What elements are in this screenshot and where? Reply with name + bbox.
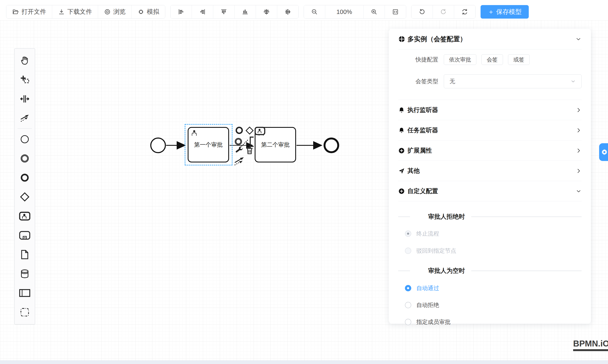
horizontal-scrollbar[interactable]	[0, 360, 608, 364]
palette-divider	[17, 129, 32, 129]
bpmn-io-logo[interactable]: BPMN.iO	[573, 339, 608, 351]
radio-terminate-process[interactable]: 终止流程	[405, 229, 582, 238]
countersign-type-select[interactable]: 无	[444, 74, 582, 88]
align-center-vertical-button[interactable]	[277, 5, 298, 18]
history-toolbar-group	[411, 5, 476, 19]
connect-tool-button[interactable]	[233, 155, 245, 167]
chevron-down-icon[interactable]	[575, 36, 582, 42]
chevron-down-icon	[570, 78, 576, 84]
space-tool-icon	[19, 94, 30, 104]
append-gateway-button[interactable]	[245, 126, 254, 135]
section-execution-listener[interactable]: 执行监听器	[398, 100, 582, 120]
palette-end-event[interactable]	[14, 168, 35, 187]
align-center-horizontal-button[interactable]	[256, 5, 277, 18]
sequential-approval-button[interactable]: 依次审批	[444, 54, 476, 65]
fit-viewport-button[interactable]	[385, 5, 406, 18]
space-tool[interactable]	[14, 89, 35, 108]
toolbar: 打开文件 下载文件 浏览 模拟	[6, 5, 529, 19]
empty-heading-row: 审批人为空时	[398, 265, 582, 277]
user-icon	[190, 129, 198, 137]
hand-tool[interactable]	[14, 51, 35, 70]
change-type-wrench-button[interactable]	[234, 146, 243, 155]
section-label: 扩展属性	[408, 146, 576, 155]
zoom-in-icon	[370, 8, 378, 15]
zoom-level-display[interactable]: 100%	[325, 5, 363, 18]
radio-assign-member[interactable]: 指定成员审批	[405, 318, 582, 326]
gateway-icon	[19, 191, 30, 202]
settings-tab-button[interactable]	[599, 143, 608, 161]
delete-trash-button[interactable]	[245, 145, 254, 156]
download-icon	[58, 8, 65, 15]
palette-start-event[interactable]	[14, 130, 35, 149]
radio-button[interactable]	[405, 247, 411, 254]
palette-user-task[interactable]	[14, 206, 35, 226]
undo-button[interactable]	[411, 5, 433, 18]
palette-gateway[interactable]	[14, 187, 35, 206]
participant-pool-icon	[19, 289, 30, 297]
align-center-horizontal-icon	[263, 8, 270, 15]
reset-button[interactable]	[454, 5, 475, 18]
divider-line	[471, 271, 582, 271]
preview-button[interactable]: 浏览	[98, 5, 132, 18]
palette-data-store[interactable]	[14, 264, 35, 283]
palette-data-object[interactable]	[14, 245, 35, 264]
divider-line	[471, 217, 582, 217]
end-event-icon	[20, 173, 30, 183]
radio-button[interactable]	[405, 319, 411, 325]
radio-auto-reject[interactable]: 自动拒绝	[405, 301, 582, 310]
palette-intermediate-event[interactable]	[14, 149, 35, 168]
chip-icon	[138, 8, 144, 15]
align-bottom-button[interactable]	[234, 5, 256, 18]
section-other[interactable]: 其他	[398, 161, 582, 181]
palette-subprocess[interactable]	[14, 226, 35, 245]
palette-participant-pool[interactable]	[14, 283, 35, 302]
user-task-shape-1[interactable]: 第一个审批	[188, 127, 229, 162]
refresh-icon	[461, 8, 468, 15]
section-extended-properties[interactable]: 扩展属性	[398, 140, 582, 161]
zoom-out-icon	[311, 8, 318, 15]
zoom-out-button[interactable]	[304, 5, 325, 18]
radio-label: 自动拒绝	[416, 301, 439, 309]
empty-heading: 审批人为空时	[428, 267, 465, 275]
start-event-icon	[20, 134, 30, 144]
simulate-button[interactable]: 模拟	[132, 5, 165, 18]
data-store-icon	[19, 269, 30, 279]
radio-button[interactable]	[405, 285, 411, 291]
multi-instance-icon	[398, 36, 405, 43]
global-connect-tool[interactable]	[14, 108, 35, 128]
countersign-button[interactable]: 会签	[481, 54, 503, 65]
start-event-shape[interactable]	[150, 138, 166, 153]
section-task-listener[interactable]: 任务监听器	[398, 120, 582, 140]
zoom-in-button[interactable]	[363, 5, 385, 18]
align-left-icon	[178, 8, 185, 15]
logo-text: BPMN.iO	[573, 339, 608, 348]
radio-label: 指定成员审批	[416, 318, 450, 326]
save-model-label: 保存模型	[496, 8, 522, 16]
bell-icon	[398, 127, 405, 134]
file-toolbar-group: 打开文件 下载文件 浏览 模拟	[6, 5, 165, 19]
align-left-button[interactable]	[171, 5, 192, 18]
chevron-right-icon	[576, 148, 582, 154]
redo-button[interactable]	[433, 5, 454, 18]
plus-icon: ＋	[488, 8, 494, 16]
append-end-event-button[interactable]	[235, 126, 244, 135]
radio-button[interactable]	[405, 231, 411, 237]
palette-group[interactable]	[14, 302, 35, 322]
radio-return-to-node[interactable]: 驳回到指定节点	[405, 246, 582, 255]
panel-header[interactable]: 多实例（会签配置）	[398, 29, 582, 50]
section-custom-config[interactable]: 自定义配置	[398, 181, 582, 201]
radio-button[interactable]	[405, 302, 411, 308]
or-sign-button[interactable]: 或签	[508, 54, 529, 65]
radio-auto-pass[interactable]: 自动通过	[405, 284, 582, 293]
download-file-button[interactable]: 下载文件	[52, 5, 98, 18]
subprocess-icon	[19, 231, 30, 240]
divider-line	[398, 217, 410, 217]
panel-sections: 执行监听器 任务监听器 扩展属性 其他 自定义配置	[398, 100, 582, 201]
open-file-button[interactable]: 打开文件	[6, 5, 52, 18]
align-top-button[interactable]	[213, 5, 234, 18]
end-event-shape[interactable]	[324, 138, 339, 153]
lasso-tool[interactable]	[14, 70, 35, 89]
align-right-button[interactable]	[192, 5, 213, 18]
append-user-task-button[interactable]	[254, 127, 265, 135]
save-model-button[interactable]: ＋ 保存模型	[481, 5, 529, 19]
